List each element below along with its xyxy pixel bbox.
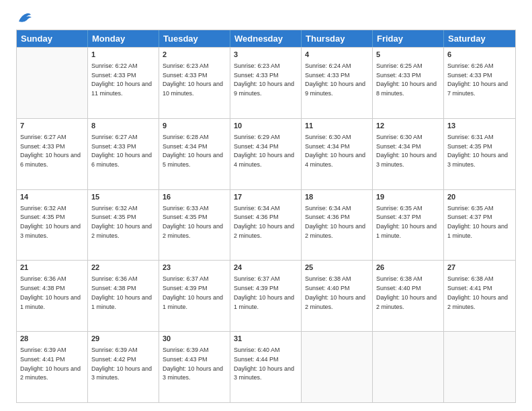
day-number: 3	[234, 50, 298, 60]
logo	[16, 12, 32, 24]
week-row-4: 21Sunrise: 6:36 AMSunset: 4:38 PMDayligh…	[17, 260, 515, 331]
week-row-3: 14Sunrise: 6:32 AMSunset: 4:35 PMDayligh…	[17, 189, 515, 261]
day-number: 21	[20, 263, 84, 273]
cal-cell: 29Sunrise: 6:39 AMSunset: 4:42 PMDayligh…	[88, 332, 159, 402]
day-info: Sunrise: 6:27 AMSunset: 4:33 PMDaylight:…	[20, 134, 81, 168]
day-info: Sunrise: 6:38 AMSunset: 4:40 PMDaylight:…	[305, 275, 365, 310]
day-info: Sunrise: 6:22 AMSunset: 4:33 PMDaylight:…	[91, 62, 152, 97]
cal-cell	[302, 332, 373, 402]
day-number: 1	[91, 50, 155, 60]
day-info: Sunrise: 6:32 AMSunset: 4:35 PMDaylight:…	[91, 205, 152, 239]
day-number: 29	[91, 334, 155, 345]
cal-cell: 26Sunrise: 6:38 AMSunset: 4:40 PMDayligh…	[373, 261, 444, 331]
cal-cell: 5Sunrise: 6:25 AMSunset: 4:33 PMDaylight…	[373, 48, 444, 118]
cal-cell: 14Sunrise: 6:32 AMSunset: 4:35 PMDayligh…	[17, 190, 88, 261]
day-number: 16	[163, 192, 226, 203]
cal-cell	[373, 332, 444, 402]
cal-cell: 13Sunrise: 6:31 AMSunset: 4:35 PMDayligh…	[444, 119, 515, 189]
day-number: 27	[447, 263, 512, 273]
day-number: 18	[305, 192, 369, 203]
cal-cell: 20Sunrise: 6:35 AMSunset: 4:37 PMDayligh…	[444, 190, 515, 261]
day-info: Sunrise: 6:30 AMSunset: 4:34 PMDaylight:…	[305, 134, 365, 168]
cal-cell	[17, 48, 88, 118]
calendar-header: SundayMondayTuesdayWednesdayThursdayFrid…	[17, 30, 515, 47]
day-info: Sunrise: 6:35 AMSunset: 4:37 PMDaylight:…	[376, 205, 437, 239]
cal-cell: 2Sunrise: 6:23 AMSunset: 4:33 PMDaylight…	[159, 48, 230, 118]
day-info: Sunrise: 6:23 AMSunset: 4:33 PMDaylight:…	[234, 62, 294, 97]
col-header-saturday: Saturday	[444, 30, 515, 47]
cal-cell: 9Sunrise: 6:28 AMSunset: 4:34 PMDaylight…	[159, 119, 230, 189]
day-info: Sunrise: 6:34 AMSunset: 4:36 PMDaylight:…	[234, 205, 294, 239]
col-header-thursday: Thursday	[302, 30, 373, 47]
col-header-friday: Friday	[373, 30, 444, 47]
cal-cell: 31Sunrise: 6:40 AMSunset: 4:44 PMDayligh…	[230, 332, 302, 402]
col-header-monday: Monday	[88, 30, 159, 47]
day-number: 14	[20, 192, 84, 203]
day-info: Sunrise: 6:30 AMSunset: 4:34 PMDaylight:…	[376, 134, 437, 168]
day-number: 5	[376, 50, 440, 60]
day-number: 22	[91, 263, 155, 273]
cal-cell: 17Sunrise: 6:34 AMSunset: 4:36 PMDayligh…	[230, 190, 302, 261]
day-number: 19	[376, 192, 440, 203]
day-info: Sunrise: 6:38 AMSunset: 4:41 PMDaylight:…	[447, 275, 508, 310]
day-number: 4	[305, 50, 369, 60]
cal-cell: 22Sunrise: 6:36 AMSunset: 4:38 PMDayligh…	[88, 261, 159, 331]
day-info: Sunrise: 6:32 AMSunset: 4:35 PMDaylight:…	[20, 205, 81, 239]
day-number: 17	[234, 192, 298, 203]
cal-cell: 24Sunrise: 6:37 AMSunset: 4:39 PMDayligh…	[230, 261, 302, 331]
day-number: 11	[305, 121, 369, 132]
day-number: 15	[91, 192, 155, 203]
day-info: Sunrise: 6:31 AMSunset: 4:35 PMDaylight:…	[447, 134, 508, 168]
day-info: Sunrise: 6:39 AMSunset: 4:42 PMDaylight:…	[91, 347, 152, 381]
day-info: Sunrise: 6:35 AMSunset: 4:37 PMDaylight:…	[447, 205, 508, 239]
day-info: Sunrise: 6:33 AMSunset: 4:35 PMDaylight:…	[163, 205, 223, 239]
cal-cell: 25Sunrise: 6:38 AMSunset: 4:40 PMDayligh…	[302, 261, 373, 331]
day-number: 25	[305, 263, 369, 273]
cal-cell: 4Sunrise: 6:24 AMSunset: 4:33 PMDaylight…	[302, 48, 373, 118]
cal-cell: 27Sunrise: 6:38 AMSunset: 4:41 PMDayligh…	[444, 261, 515, 331]
page: SundayMondayTuesdayWednesdayThursdayFrid…	[0, 0, 532, 411]
week-row-5: 28Sunrise: 6:39 AMSunset: 4:41 PMDayligh…	[17, 331, 515, 402]
day-number: 30	[163, 334, 226, 345]
col-header-wednesday: Wednesday	[230, 30, 302, 47]
day-number: 10	[234, 121, 298, 132]
cal-cell: 11Sunrise: 6:30 AMSunset: 4:34 PMDayligh…	[302, 119, 373, 189]
cal-cell: 12Sunrise: 6:30 AMSunset: 4:34 PMDayligh…	[373, 119, 444, 189]
header	[16, 12, 516, 24]
day-info: Sunrise: 6:37 AMSunset: 4:39 PMDaylight:…	[234, 275, 294, 310]
day-info: Sunrise: 6:36 AMSunset: 4:38 PMDaylight:…	[91, 275, 152, 310]
calendar-body: 1Sunrise: 6:22 AMSunset: 4:33 PMDaylight…	[17, 47, 515, 402]
day-number: 2	[163, 50, 226, 60]
day-number: 8	[91, 121, 155, 132]
day-number: 24	[234, 263, 298, 273]
logo-bird-icon	[17, 12, 32, 24]
cal-cell: 8Sunrise: 6:27 AMSunset: 4:33 PMDaylight…	[88, 119, 159, 189]
cal-cell: 19Sunrise: 6:35 AMSunset: 4:37 PMDayligh…	[373, 190, 444, 261]
week-row-2: 7Sunrise: 6:27 AMSunset: 4:33 PMDaylight…	[17, 118, 515, 189]
cal-cell	[444, 332, 515, 402]
cal-cell: 15Sunrise: 6:32 AMSunset: 4:35 PMDayligh…	[88, 190, 159, 261]
cal-cell: 1Sunrise: 6:22 AMSunset: 4:33 PMDaylight…	[88, 48, 159, 118]
cal-cell: 21Sunrise: 6:36 AMSunset: 4:38 PMDayligh…	[17, 261, 88, 331]
cal-cell: 30Sunrise: 6:39 AMSunset: 4:43 PMDayligh…	[159, 332, 230, 402]
day-number: 13	[447, 121, 512, 132]
col-header-tuesday: Tuesday	[159, 30, 230, 47]
week-row-1: 1Sunrise: 6:22 AMSunset: 4:33 PMDaylight…	[17, 47, 515, 118]
day-number: 6	[447, 50, 512, 60]
day-info: Sunrise: 6:38 AMSunset: 4:40 PMDaylight:…	[376, 275, 437, 310]
cal-cell: 16Sunrise: 6:33 AMSunset: 4:35 PMDayligh…	[159, 190, 230, 261]
day-info: Sunrise: 6:37 AMSunset: 4:39 PMDaylight:…	[163, 275, 223, 310]
day-number: 31	[234, 334, 298, 345]
cal-cell: 6Sunrise: 6:26 AMSunset: 4:33 PMDaylight…	[444, 48, 515, 118]
cal-cell: 23Sunrise: 6:37 AMSunset: 4:39 PMDayligh…	[159, 261, 230, 331]
day-number: 26	[376, 263, 440, 273]
day-info: Sunrise: 6:23 AMSunset: 4:33 PMDaylight:…	[163, 62, 223, 97]
cal-cell: 7Sunrise: 6:27 AMSunset: 4:33 PMDaylight…	[17, 119, 88, 189]
calendar: SundayMondayTuesdayWednesdayThursdayFrid…	[16, 30, 516, 403]
day-info: Sunrise: 6:28 AMSunset: 4:34 PMDaylight:…	[163, 134, 223, 168]
day-info: Sunrise: 6:39 AMSunset: 4:41 PMDaylight:…	[20, 347, 81, 381]
day-number: 28	[20, 334, 84, 345]
day-info: Sunrise: 6:26 AMSunset: 4:33 PMDaylight:…	[447, 62, 508, 97]
day-number: 7	[20, 121, 84, 132]
cal-cell: 28Sunrise: 6:39 AMSunset: 4:41 PMDayligh…	[17, 332, 88, 402]
